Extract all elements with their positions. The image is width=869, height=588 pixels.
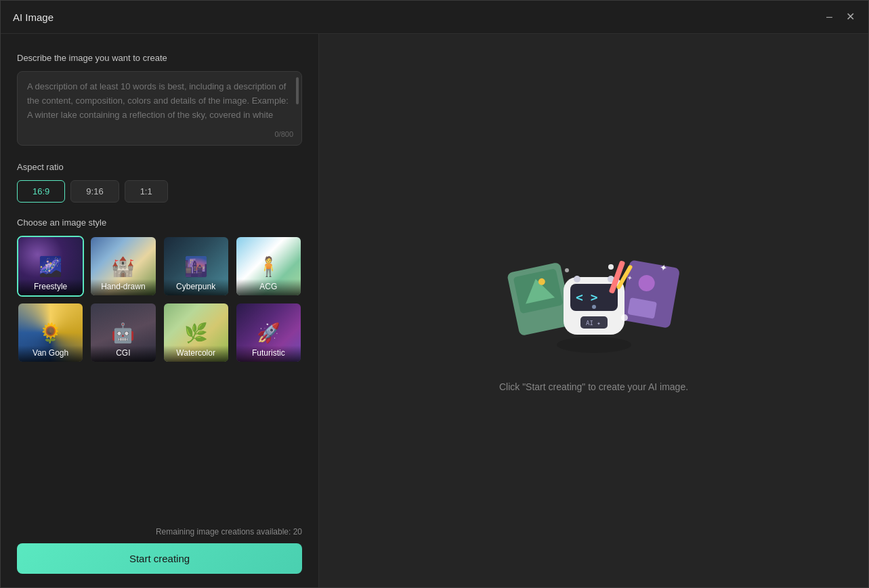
watercolor-icon: 🌿 bbox=[184, 322, 208, 344]
style-freestyle[interactable]: 🌌 Freestyle bbox=[17, 236, 84, 297]
style-label: Choose an image style bbox=[17, 217, 302, 228]
style-cyberpunk-label: Cyberpunk bbox=[164, 279, 228, 295]
robot-svg: ✦ ✦ < > AI ✦ bbox=[506, 230, 682, 365]
svg-point-18 bbox=[565, 268, 569, 272]
style-freestyle-label: Freestyle bbox=[18, 279, 83, 295]
svg-point-17 bbox=[608, 264, 614, 270]
style-futuristic[interactable]: 🚀 Futuristic bbox=[235, 302, 302, 363]
cgi-icon: 🤖 bbox=[111, 322, 135, 344]
title-bar: AI Image – ✕ bbox=[1, 1, 868, 34]
description-input[interactable] bbox=[27, 80, 292, 134]
describe-label: Describe the image you want to create bbox=[17, 53, 302, 63]
right-panel: ✦ ✦ < > AI ✦ bbox=[319, 34, 868, 587]
style-cgi[interactable]: 🤖 CGI bbox=[89, 302, 156, 363]
style-section: Choose an image style 🌌 Freestyle 🏰 Hand… bbox=[17, 217, 302, 516]
minimize-button[interactable]: – bbox=[825, 10, 834, 24]
style-futuristic-label: Futuristic bbox=[236, 345, 301, 362]
ratio-16-9[interactable]: 16:9 bbox=[17, 180, 65, 203]
svg-text:AI ✦: AI ✦ bbox=[586, 320, 601, 327]
style-cyberpunk[interactable]: 🌆 Cyberpunk bbox=[163, 236, 230, 297]
style-cgi-label: CGI bbox=[91, 345, 155, 362]
ratio-9-16[interactable]: 9:16 bbox=[70, 180, 119, 203]
ratio-1-1[interactable]: 1:1 bbox=[125, 180, 168, 203]
svg-point-19 bbox=[621, 314, 628, 321]
app-window: AI Image – ✕ Describe the image you want… bbox=[0, 0, 869, 588]
title-bar-controls: – ✕ bbox=[825, 10, 856, 24]
hint-text: Click "Start creating" to create your AI… bbox=[499, 381, 688, 392]
handdrawn-icon: 🏰 bbox=[111, 255, 135, 278]
style-handdrawn-label: Hand-drawn bbox=[91, 279, 155, 295]
style-grid: 🌌 Freestyle 🏰 Hand-drawn 🌆 bbox=[17, 236, 302, 363]
svg-text:<  >: < > bbox=[576, 290, 598, 304]
freestyle-icon: 🌌 bbox=[39, 255, 62, 278]
main-content: Describe the image you want to create 0/… bbox=[1, 34, 868, 587]
style-watercolor[interactable]: 🌿 Watercolor bbox=[163, 302, 230, 363]
robot-illustration: ✦ ✦ < > AI ✦ bbox=[506, 230, 682, 365]
start-creating-button[interactable]: Start creating bbox=[17, 543, 302, 574]
style-vangogh-label: Van Gogh bbox=[18, 345, 83, 362]
svg-point-13 bbox=[574, 276, 580, 282]
acg-icon: 🧍 bbox=[257, 255, 280, 278]
ratio-buttons: 16:9 9:16 1:1 bbox=[17, 180, 302, 203]
scrollbar-thumb[interactable] bbox=[296, 77, 299, 104]
svg-point-20 bbox=[557, 337, 631, 353]
cyberpunk-icon: 🌆 bbox=[184, 255, 208, 278]
textarea-wrapper: 0/800 bbox=[17, 71, 302, 146]
remaining-text: Remaining image creations available: 20 bbox=[17, 527, 302, 537]
window-title: AI Image bbox=[13, 12, 54, 23]
svg-point-12 bbox=[592, 305, 596, 309]
vangogh-icon: 🌻 bbox=[39, 322, 62, 344]
style-watercolor-label: Watercolor bbox=[164, 345, 228, 362]
style-acg-label: ACG bbox=[236, 279, 301, 295]
futuristic-icon: 🚀 bbox=[257, 322, 280, 344]
char-count: 0/800 bbox=[274, 130, 293, 138]
close-button[interactable]: ✕ bbox=[845, 10, 856, 24]
aspect-ratio-section: Aspect ratio 16:9 9:16 1:1 bbox=[17, 162, 302, 203]
aspect-ratio-label: Aspect ratio bbox=[17, 162, 302, 172]
style-acg[interactable]: 🧍 ACG bbox=[235, 236, 302, 297]
style-handdrawn[interactable]: 🏰 Hand-drawn bbox=[89, 236, 156, 297]
left-panel: Describe the image you want to create 0/… bbox=[1, 34, 319, 587]
bottom-area: Remaining image creations available: 20 … bbox=[17, 516, 302, 574]
style-vangogh[interactable]: 🌻 Van Gogh bbox=[17, 302, 84, 363]
